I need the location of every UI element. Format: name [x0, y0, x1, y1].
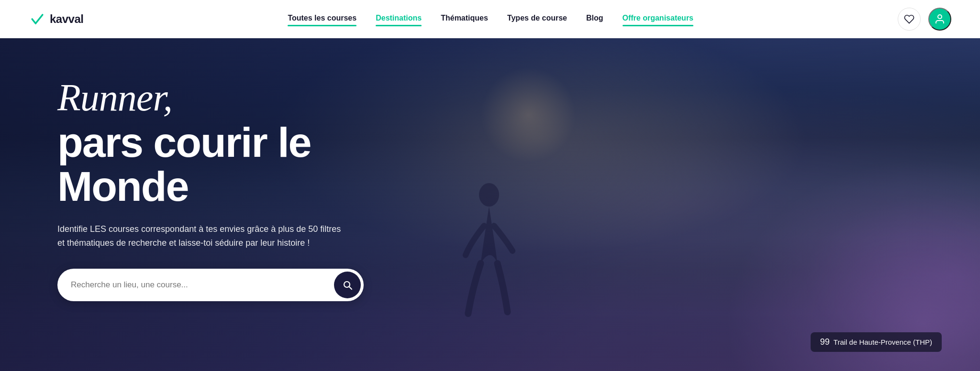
- caption-text: Trail de Haute-Provence (THP): [834, 338, 932, 346]
- nav-actions: [898, 8, 951, 31]
- caption-badge: 99 Trail de Haute-Provence (THP): [811, 332, 942, 352]
- nav-link-toutes-les-courses[interactable]: Toutes les courses: [288, 14, 356, 24]
- search-button[interactable]: [334, 272, 361, 298]
- search-input[interactable]: [71, 280, 334, 290]
- nav-link-types-de-course[interactable]: Types de course: [507, 14, 567, 24]
- wishlist-button[interactable]: [898, 8, 921, 31]
- hero-description: Identifie LES courses correspondant à te…: [57, 222, 345, 250]
- svg-point-1: [479, 183, 499, 207]
- search-icon: [342, 279, 353, 291]
- logo[interactable]: kavval: [29, 11, 83, 28]
- hero-headline-bold: pars courir le Monde: [57, 120, 349, 209]
- heart-icon: [904, 14, 914, 24]
- nav-link-destinations[interactable]: Destinations: [376, 14, 422, 24]
- hero-content: Runner, pars courir le Monde Identifie L…: [0, 38, 407, 339]
- hero-section: Runner, pars courir le Monde Identifie L…: [0, 38, 980, 371]
- svg-point-0: [938, 15, 942, 19]
- logo-text: kavval: [50, 12, 83, 26]
- nav-link-offre-organisateurs[interactable]: Offre organisateurs: [623, 14, 693, 24]
- user-button[interactable]: [928, 8, 951, 31]
- runner-silhouette: [441, 180, 537, 347]
- nav-link-blog[interactable]: Blog: [586, 14, 603, 24]
- nav-link-thematiques[interactable]: Thématiques: [441, 14, 488, 24]
- user-icon: [934, 13, 946, 25]
- logo-icon: [29, 11, 46, 28]
- hero-headline-thin: Runner,: [57, 76, 349, 119]
- caption-icon: 99: [820, 337, 830, 347]
- search-bar: [57, 269, 364, 301]
- nav-links: Toutes les courses Destinations Thématiq…: [288, 14, 693, 24]
- navbar: kavval Toutes les courses Destinations T…: [0, 0, 980, 38]
